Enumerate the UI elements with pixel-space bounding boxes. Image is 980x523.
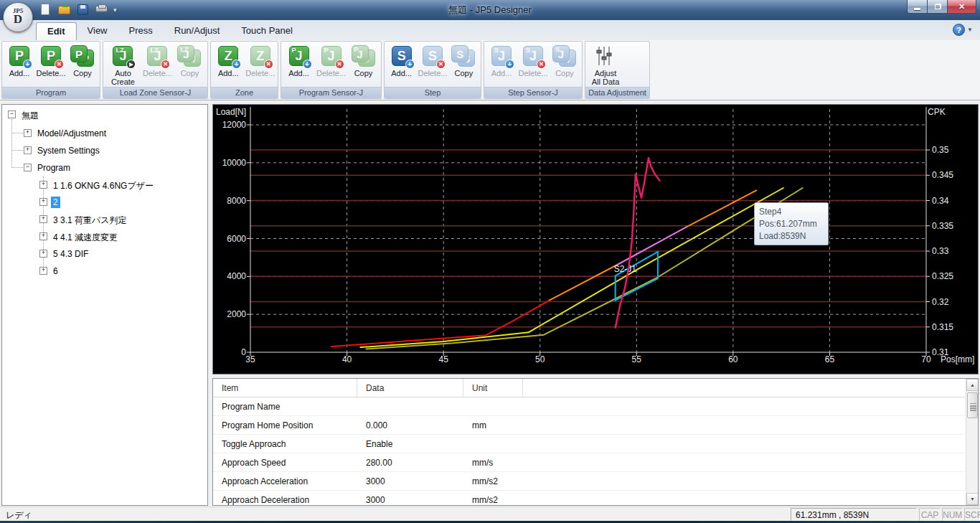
help-icon: ? <box>953 24 965 36</box>
svg-text:35: 35 <box>245 354 255 364</box>
table-row[interactable]: Program Home Position0.000mm <box>213 416 965 435</box>
step-copy-button[interactable]: SSCopy <box>448 43 479 77</box>
ribbon-group-name: Zone <box>211 87 278 98</box>
tab-edit[interactable]: Edit <box>36 22 77 40</box>
tree-item-system-settings[interactable]: +System Settings <box>2 142 207 159</box>
table-cell: mm/s2 <box>463 491 523 506</box>
zone-add-button[interactable]: Z+Add... <box>212 43 245 77</box>
tree-expander-icon[interactable]: + <box>39 215 47 223</box>
tree-item-label[interactable]: System Settings <box>35 145 102 156</box>
scrollbar-thumb[interactable] <box>967 392 978 418</box>
title-bar: ▾ 無題 - JP5 Designer ✕ <box>0 0 980 20</box>
load-position-chart[interactable]: 3540455055606570020004000600080001000012… <box>213 105 978 374</box>
tree-expander-icon[interactable]: + <box>39 267 47 275</box>
svg-text:60: 60 <box>728 354 738 364</box>
tree-item-5-4-3-dif[interactable]: +5 4.3 DIF <box>2 245 207 263</box>
table-cell <box>463 435 523 453</box>
table-row[interactable]: Approach Deceleration3000mm/s2 <box>213 491 965 506</box>
minimize-button[interactable] <box>907 0 928 14</box>
program-sensor-j-delete-icon: JP✕ <box>319 44 344 68</box>
tree-item-label[interactable]: Model/Adjustment <box>35 128 108 139</box>
tooltip-load: Load:8539N <box>759 230 824 242</box>
tree-item-model-adjustment[interactable]: +Model/Adjustment <box>2 125 207 142</box>
program-sensor-j-copy-button[interactable]: JJPCopy <box>347 43 380 77</box>
zone-delete-button: Z✕Delete... <box>245 43 277 77</box>
column-header-data[interactable]: Data <box>357 379 463 397</box>
tree-item-label[interactable]: 1 1.6 OKNG 4.6NGブザー <box>51 179 156 193</box>
svg-text:Pos[mm]: Pos[mm] <box>941 354 974 364</box>
tab-touch-panel[interactable]: Touch Panel <box>230 22 303 40</box>
table-cell: mm/s2 <box>463 472 523 490</box>
step-sensor-j-copy-icon: JJS <box>552 44 578 68</box>
help-button[interactable]: ? ▼ <box>953 24 973 36</box>
app-menu-button[interactable]: JP5 D <box>3 2 33 32</box>
tree-expander-icon[interactable]: + <box>39 181 47 189</box>
tree-item-label[interactable]: 4 4.1 減速度変更 <box>51 231 120 245</box>
svg-text:10000: 10000 <box>222 158 247 168</box>
table-cell: Toggle Approach <box>213 435 357 453</box>
status-bar: レディ 61.231mm , 8539N CAP NUM SCRL <box>0 506 980 521</box>
load-zone-sensor-j-copy-button: JJLZCopy <box>174 43 206 77</box>
tree-item-2[interactable]: +2 <box>2 194 207 211</box>
tree-item-label[interactable]: 5 4.3 DIF <box>51 248 90 260</box>
table-row[interactable]: Approach Speed280.00mm/s <box>213 453 965 472</box>
ribbon-group-load-zone-sensor-j: JLZ▶Auto CreateJLZ✕Delete...JJLZCopyLoad… <box>103 41 208 99</box>
step-sensor-j-add-icon: JS+ <box>489 44 514 68</box>
tree-item-label[interactable]: 2 <box>51 197 60 208</box>
program-sensor-j-add-button[interactable]: JP+Add... <box>283 43 315 77</box>
chart-tooltip: Step4 Pos:61.207mm Load:8539N <box>754 202 829 245</box>
plus-badge-icon: + <box>303 60 312 69</box>
tab-run-adjust[interactable]: Run/Adjust <box>164 22 231 40</box>
tree-item-label[interactable]: 3 3.1 荷重パス判定 <box>51 214 129 227</box>
scroll-down-icon[interactable]: ▼ <box>966 493 979 505</box>
load-zone-sensor-j-delete-button: JLZ✕Delete... <box>141 43 174 77</box>
tab-press[interactable]: Press <box>118 22 164 40</box>
table-row[interactable]: Program Name <box>213 397 965 416</box>
load-zone-sensor-j-auto-create-button[interactable]: JLZ▶Auto Create <box>105 43 141 86</box>
tree-item-4-4-1[interactable]: +4 4.1 減速度変更 <box>2 228 207 245</box>
tree-expander-icon[interactable]: − <box>8 110 16 118</box>
tree-expander-icon[interactable]: + <box>39 250 47 258</box>
zone-delete-icon: Z✕ <box>248 44 273 68</box>
tree-item-3-3-1[interactable]: +3 3.1 荷重パス判定 <box>2 211 207 228</box>
table-row[interactable]: Toggle ApproachEnable <box>213 435 965 453</box>
load-position-chart-panel: 3540455055606570020004000600080001000012… <box>212 104 979 374</box>
tree-item-program[interactable]: −Program <box>2 159 207 176</box>
tree-item-1-1-6-okng-4-6ng[interactable]: +1 1.6 OKNG 4.6NGブザー <box>2 176 207 194</box>
svg-text:0.35: 0.35 <box>932 145 949 155</box>
cross-badge-icon: ✕ <box>436 60 446 69</box>
column-header-unit[interactable]: Unit <box>463 379 523 397</box>
ribbon-group-data-adjustment: Adjust All DataData Adjustment <box>585 41 650 99</box>
step-add-icon: S+ <box>389 44 415 68</box>
tree-expander-icon[interactable]: + <box>24 146 32 154</box>
column-header-item[interactable]: Item <box>213 379 357 397</box>
close-button[interactable]: ✕ <box>947 0 976 14</box>
step-add-button[interactable]: S+Add... <box>386 43 417 77</box>
svg-text:40: 40 <box>342 354 352 364</box>
program-copy-button[interactable]: PPCopy <box>67 43 98 77</box>
table-scrollbar[interactable]: ▲ ▼ <box>966 379 978 505</box>
minimize-icon <box>914 8 920 10</box>
tree-expander-icon[interactable]: + <box>39 198 47 206</box>
table-row[interactable]: Approach Acceleration3000mm/s2 <box>213 472 965 491</box>
data-adjustment-adjust-all-data-button[interactable]: Adjust All Data <box>587 43 624 86</box>
tree-item-label[interactable]: Program <box>35 162 72 174</box>
table-cell: 3000 <box>357 472 463 490</box>
program-add-button[interactable]: P+Add... <box>4 43 35 77</box>
tree-expander-icon[interactable]: + <box>39 232 47 240</box>
program-sensor-j-delete-button: JP✕Delete... <box>315 43 347 77</box>
tree-expander-icon[interactable]: − <box>24 164 32 171</box>
restore-button[interactable] <box>928 0 947 14</box>
tree-item-label[interactable]: 無題 <box>19 109 41 123</box>
table-cell: 280.00 <box>357 453 463 471</box>
tree-expander-icon[interactable]: + <box>24 129 32 137</box>
scroll-up-icon[interactable]: ▲ <box>966 379 979 391</box>
tree-item-label[interactable]: 6 <box>51 265 60 277</box>
program-sensor-j-copy-icon: JJP <box>351 44 377 68</box>
tree-item-item[interactable]: −無題 <box>2 106 207 123</box>
tree-item-6[interactable]: +6 <box>2 263 207 280</box>
tab-view[interactable]: View <box>77 22 118 40</box>
ribbon-group-name: Load Zone Sensor-J <box>103 87 207 98</box>
program-delete-button[interactable]: P✕Delete... <box>35 43 67 77</box>
ribbon-group-program-sensor-j: JP+Add...JP✕Delete...JJPCopyProgram Sens… <box>281 41 382 99</box>
